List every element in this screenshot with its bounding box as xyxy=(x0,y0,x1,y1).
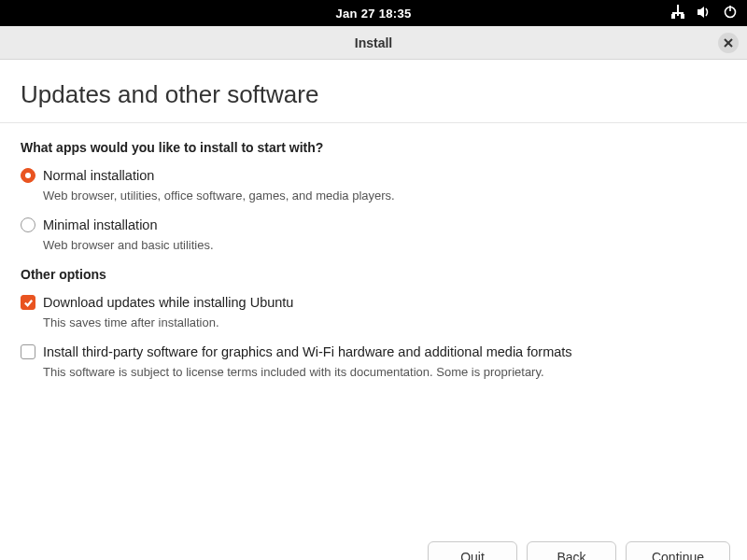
minimal-install-desc: Web browser and basic utilities. xyxy=(43,238,726,252)
thirdparty-label: Install third-party software for graphic… xyxy=(43,344,572,359)
volume-icon[interactable] xyxy=(697,5,712,22)
checkbox-icon xyxy=(21,295,35,310)
radio-icon xyxy=(21,168,35,183)
download-updates-label: Download updates while installing Ubuntu xyxy=(43,295,293,310)
thirdparty-desc: This software is subject to license term… xyxy=(43,365,726,379)
svg-rect-0 xyxy=(677,5,679,10)
window-titlebar: Install xyxy=(0,26,747,60)
normal-install-desc: Web browser, utilities, office software,… xyxy=(43,189,726,203)
close-button[interactable] xyxy=(718,33,739,53)
apps-question: What apps would you like to install to s… xyxy=(21,140,726,155)
installer-page: Updates and other software What apps wou… xyxy=(0,60,747,379)
svg-rect-3 xyxy=(681,14,684,19)
minimal-install-option[interactable]: Minimal installation xyxy=(21,217,726,232)
svg-marker-6 xyxy=(698,7,704,18)
minimal-install-label: Minimal installation xyxy=(43,217,158,232)
network-icon[interactable] xyxy=(670,5,685,22)
svg-rect-8 xyxy=(729,6,731,11)
system-topbar: Jan 27 18:35 xyxy=(0,0,747,26)
divider xyxy=(0,122,747,123)
normal-install-label: Normal installation xyxy=(43,168,154,183)
svg-rect-2 xyxy=(671,14,675,19)
quit-button[interactable]: Quit xyxy=(428,541,517,560)
power-icon[interactable] xyxy=(723,5,738,22)
checkbox-icon xyxy=(21,344,35,359)
continue-button[interactable]: Continue xyxy=(626,541,730,560)
radio-icon xyxy=(21,217,35,232)
wizard-buttons: Quit Back Continue xyxy=(428,536,747,560)
close-icon xyxy=(724,38,733,48)
svg-rect-1 xyxy=(677,10,679,12)
download-updates-desc: This saves time after installation. xyxy=(43,315,726,329)
clock: Jan 27 18:35 xyxy=(336,7,412,21)
system-tray xyxy=(670,5,738,22)
normal-install-option[interactable]: Normal installation xyxy=(21,168,726,183)
other-options-heading: Other options xyxy=(21,267,726,282)
page-title: Updates and other software xyxy=(21,80,726,109)
back-button[interactable]: Back xyxy=(527,541,616,560)
window-title: Install xyxy=(355,35,392,50)
svg-rect-5 xyxy=(672,12,684,14)
thirdparty-option[interactable]: Install third-party software for graphic… xyxy=(21,344,726,359)
download-updates-option[interactable]: Download updates while installing Ubuntu xyxy=(21,295,726,310)
